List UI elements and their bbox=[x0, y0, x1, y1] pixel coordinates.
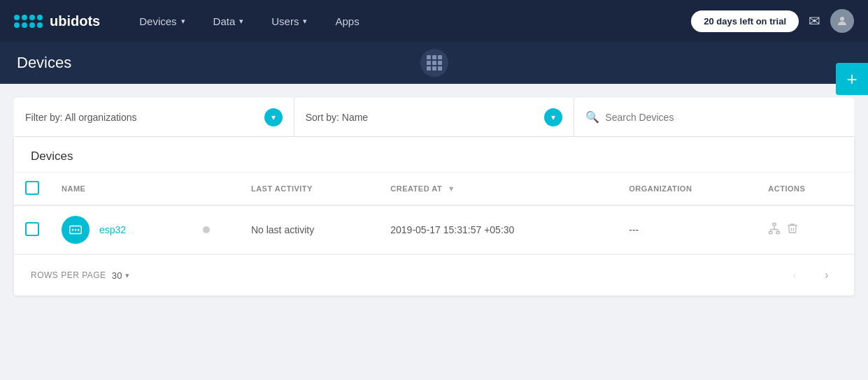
nav-item-devices[interactable]: Devices ▾ bbox=[128, 10, 196, 33]
hierarchy-icon[interactable] bbox=[768, 222, 781, 238]
svg-point-3 bbox=[75, 229, 77, 231]
nav-item-data[interactable]: Data ▾ bbox=[202, 10, 255, 33]
add-device-button[interactable]: + bbox=[836, 63, 868, 95]
svg-point-4 bbox=[78, 229, 80, 231]
row-checkbox-cell bbox=[14, 205, 50, 254]
filter-bar: Filter by: All organizations ▾ Sort by: … bbox=[14, 98, 854, 137]
row-status-cell bbox=[192, 205, 239, 254]
chevron-down-icon: ▾ bbox=[239, 17, 243, 26]
th-status bbox=[192, 173, 239, 205]
rows-per-page: ROWS PER PAGE 30 ▾ bbox=[31, 270, 130, 281]
row-created-at-cell: 2019-05-17 15:31:57 +05:30 bbox=[379, 205, 618, 254]
nav-item-apps[interactable]: Apps bbox=[324, 10, 370, 33]
th-organization: ORGANIZATION bbox=[618, 173, 757, 205]
th-actions: ACTIONS bbox=[757, 173, 854, 205]
chevron-down-icon: ▾ bbox=[181, 17, 185, 26]
table-row: esp32 No last activity 2019-05-17 15:31:… bbox=[14, 205, 854, 254]
rows-per-page-value: 30 bbox=[112, 270, 122, 281]
row-name-cell: esp32 bbox=[50, 205, 192, 254]
devices-table-card: Devices NAME LAST ACTIVITY CREATED AT ▼ bbox=[14, 137, 854, 295]
table-footer: ROWS PER PAGE 30 ▾ ‹ › bbox=[14, 254, 854, 295]
sort-asc-icon: ▼ bbox=[448, 184, 455, 193]
grid-icon bbox=[427, 55, 442, 71]
sort-label: Sort by: Name bbox=[306, 112, 539, 123]
row-last-activity-cell: No last activity bbox=[240, 205, 379, 254]
th-last-activity: LAST ACTIVITY bbox=[240, 173, 379, 205]
logo-icon bbox=[14, 15, 43, 28]
devices-table: NAME LAST ACTIVITY CREATED AT ▼ ORGANIZA… bbox=[14, 173, 854, 254]
logo[interactable]: ubidots bbox=[14, 13, 100, 29]
delete-icon[interactable] bbox=[786, 222, 799, 238]
page-title: Devices bbox=[17, 54, 71, 72]
navbar-right: 20 days left on trial ✉ bbox=[691, 9, 854, 33]
next-page-button[interactable]: › bbox=[816, 265, 837, 286]
th-name[interactable]: NAME bbox=[50, 173, 192, 205]
rows-per-page-label: ROWS PER PAGE bbox=[31, 270, 106, 280]
chevron-down-icon: ▾ bbox=[125, 271, 130, 280]
prev-page-button[interactable]: ‹ bbox=[784, 265, 805, 286]
search-input[interactable] bbox=[605, 112, 843, 123]
trial-button[interactable]: 20 days left on trial bbox=[691, 10, 799, 32]
notification-icon[interactable]: ✉ bbox=[809, 13, 820, 29]
rows-per-page-select[interactable]: 30 ▾ bbox=[112, 270, 130, 281]
table-card-title: Devices bbox=[14, 137, 854, 173]
device-name-link[interactable]: esp32 bbox=[99, 224, 126, 235]
svg-point-2 bbox=[72, 229, 74, 231]
row-actions-cell bbox=[757, 205, 854, 254]
sort-dropdown[interactable]: Sort by: Name ▾ bbox=[294, 98, 575, 136]
avatar[interactable] bbox=[830, 9, 854, 33]
svg-point-0 bbox=[840, 17, 844, 21]
chevron-down-icon: ▾ bbox=[544, 108, 562, 126]
row-checkbox[interactable] bbox=[25, 222, 39, 236]
svg-rect-6 bbox=[769, 231, 773, 233]
filter-organization-dropdown[interactable]: Filter by: All organizations ▾ bbox=[14, 98, 294, 136]
navbar: ubidots Devices ▾ Data ▾ Users ▾ Apps 20… bbox=[0, 0, 868, 42]
search-section: 🔍 bbox=[574, 98, 854, 136]
brand-name: ubidots bbox=[50, 13, 100, 29]
nav-items: Devices ▾ Data ▾ Users ▾ Apps bbox=[128, 10, 691, 33]
search-icon: 🔍 bbox=[585, 110, 599, 124]
status-indicator bbox=[203, 226, 210, 233]
grid-toggle-button[interactable] bbox=[420, 49, 448, 77]
row-organization-cell: --- bbox=[618, 205, 757, 254]
table-header-row: NAME LAST ACTIVITY CREATED AT ▼ ORGANIZA… bbox=[14, 173, 854, 205]
th-created-at[interactable]: CREATED AT ▼ bbox=[379, 173, 618, 205]
device-icon bbox=[62, 216, 90, 244]
svg-rect-7 bbox=[776, 231, 780, 233]
th-checkbox bbox=[14, 173, 50, 205]
svg-rect-5 bbox=[773, 223, 776, 225]
chevron-down-icon: ▾ bbox=[264, 108, 283, 126]
filter-label: Filter by: All organizations bbox=[25, 112, 259, 123]
select-all-checkbox[interactable] bbox=[25, 181, 39, 195]
page-header: Devices bbox=[0, 42, 868, 84]
chevron-down-icon: ▾ bbox=[303, 17, 307, 26]
nav-item-users[interactable]: Users ▾ bbox=[260, 10, 318, 33]
